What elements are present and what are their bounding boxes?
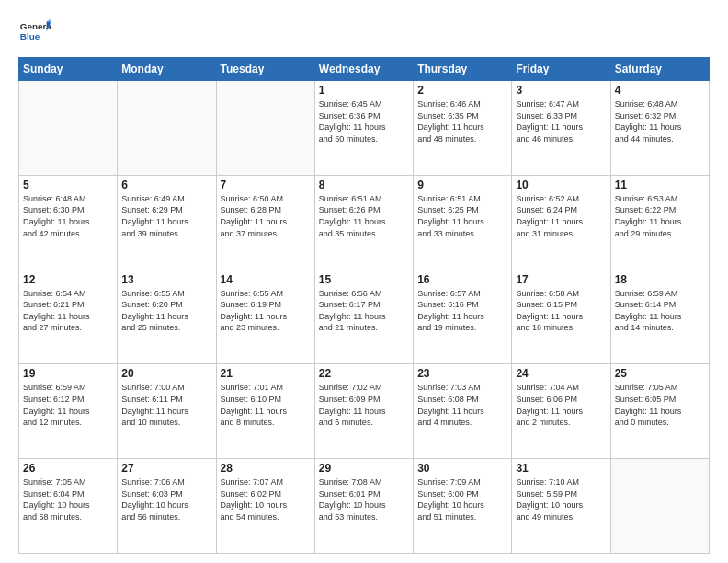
calendar-cell: 12Sunrise: 6:54 AM Sunset: 6:21 PM Dayli… — [19, 270, 118, 364]
day-number: 18 — [615, 273, 705, 286]
calendar-cell: 11Sunrise: 6:53 AM Sunset: 6:22 PM Dayli… — [610, 175, 709, 270]
day-number: 15 — [319, 273, 409, 286]
day-info: Sunrise: 7:04 AM Sunset: 6:06 PM Dayligh… — [516, 382, 606, 428]
calendar-cell: 30Sunrise: 7:09 AM Sunset: 6:00 PM Dayli… — [414, 459, 512, 554]
calendar-cell: 15Sunrise: 6:56 AM Sunset: 6:17 PM Dayli… — [314, 270, 413, 364]
day-info: Sunrise: 6:53 AM Sunset: 6:22 PM Dayligh… — [615, 193, 705, 239]
calendar-cell: 17Sunrise: 6:58 AM Sunset: 6:15 PM Dayli… — [512, 270, 610, 364]
day-info: Sunrise: 6:49 AM Sunset: 6:29 PM Dayligh… — [121, 193, 211, 239]
day-info: Sunrise: 6:51 AM Sunset: 6:26 PM Dayligh… — [319, 193, 409, 239]
day-info: Sunrise: 7:10 AM Sunset: 5:59 PM Dayligh… — [516, 477, 606, 523]
logo-icon: General Blue — [18, 15, 51, 48]
week-row-5: 26Sunrise: 7:05 AM Sunset: 6:04 PM Dayli… — [19, 459, 710, 554]
weekday-header-friday: Friday — [512, 58, 610, 81]
day-number: 3 — [516, 84, 606, 97]
day-info: Sunrise: 7:03 AM Sunset: 6:08 PM Dayligh… — [417, 382, 507, 428]
weekday-header-row: SundayMondayTuesdayWednesdayThursdayFrid… — [19, 58, 710, 81]
calendar-cell: 14Sunrise: 6:55 AM Sunset: 6:19 PM Dayli… — [216, 270, 314, 364]
week-row-4: 19Sunrise: 6:59 AM Sunset: 6:12 PM Dayli… — [19, 364, 710, 459]
day-number: 20 — [121, 367, 211, 380]
day-number: 21 — [221, 367, 311, 380]
weekday-header-sunday: Sunday — [19, 58, 118, 81]
day-info: Sunrise: 6:47 AM Sunset: 6:33 PM Dayligh… — [516, 98, 606, 144]
day-number: 1 — [319, 84, 409, 97]
day-info: Sunrise: 6:52 AM Sunset: 6:24 PM Dayligh… — [516, 193, 606, 239]
calendar-cell: 24Sunrise: 7:04 AM Sunset: 6:06 PM Dayli… — [512, 364, 610, 459]
day-number: 14 — [221, 273, 311, 286]
calendar-cell: 2Sunrise: 6:46 AM Sunset: 6:35 PM Daylig… — [414, 81, 512, 176]
day-info: Sunrise: 7:05 AM Sunset: 6:05 PM Dayligh… — [615, 382, 705, 428]
day-number: 29 — [319, 462, 409, 475]
day-number: 17 — [516, 273, 606, 286]
day-number: 26 — [23, 462, 113, 475]
day-number: 7 — [221, 178, 311, 191]
day-info: Sunrise: 7:01 AM Sunset: 6:10 PM Dayligh… — [221, 382, 311, 428]
calendar-cell: 8Sunrise: 6:51 AM Sunset: 6:26 PM Daylig… — [314, 175, 413, 270]
calendar-cell: 1Sunrise: 6:45 AM Sunset: 6:36 PM Daylig… — [314, 81, 413, 176]
day-number: 4 — [615, 84, 705, 97]
day-number: 19 — [23, 367, 113, 380]
day-number: 27 — [121, 462, 211, 475]
calendar-cell — [610, 459, 709, 554]
day-number: 6 — [121, 178, 211, 191]
day-info: Sunrise: 7:09 AM Sunset: 6:00 PM Dayligh… — [417, 477, 507, 523]
day-info: Sunrise: 6:51 AM Sunset: 6:25 PM Dayligh… — [417, 193, 507, 239]
week-row-3: 12Sunrise: 6:54 AM Sunset: 6:21 PM Dayli… — [19, 270, 710, 364]
day-info: Sunrise: 6:50 AM Sunset: 6:28 PM Dayligh… — [221, 193, 311, 239]
calendar-cell — [216, 81, 314, 176]
calendar-cell: 4Sunrise: 6:48 AM Sunset: 6:32 PM Daylig… — [610, 81, 709, 176]
weekday-header-monday: Monday — [118, 58, 216, 81]
day-info: Sunrise: 7:06 AM Sunset: 6:03 PM Dayligh… — [121, 477, 211, 523]
day-info: Sunrise: 6:45 AM Sunset: 6:36 PM Dayligh… — [319, 98, 409, 144]
day-info: Sunrise: 6:58 AM Sunset: 6:15 PM Dayligh… — [516, 288, 606, 334]
weekday-header-tuesday: Tuesday — [216, 58, 314, 81]
day-info: Sunrise: 6:56 AM Sunset: 6:17 PM Dayligh… — [319, 288, 409, 334]
day-info: Sunrise: 6:55 AM Sunset: 6:19 PM Dayligh… — [221, 288, 311, 334]
calendar-cell: 9Sunrise: 6:51 AM Sunset: 6:25 PM Daylig… — [414, 175, 512, 270]
calendar-cell: 16Sunrise: 6:57 AM Sunset: 6:16 PM Dayli… — [414, 270, 512, 364]
day-number: 24 — [516, 367, 606, 380]
day-number: 23 — [417, 367, 507, 380]
calendar-cell: 27Sunrise: 7:06 AM Sunset: 6:03 PM Dayli… — [118, 459, 216, 554]
day-info: Sunrise: 7:07 AM Sunset: 6:02 PM Dayligh… — [221, 477, 311, 523]
day-info: Sunrise: 6:55 AM Sunset: 6:20 PM Dayligh… — [121, 288, 211, 334]
page: General Blue SundayMondayTuesdayWednesda… — [0, 0, 728, 563]
header: General Blue — [18, 15, 710, 48]
day-info: Sunrise: 6:48 AM Sunset: 6:30 PM Dayligh… — [23, 193, 113, 239]
svg-text:Blue: Blue — [20, 31, 40, 41]
calendar-cell — [19, 81, 118, 176]
day-info: Sunrise: 7:00 AM Sunset: 6:11 PM Dayligh… — [121, 382, 211, 428]
day-number: 5 — [23, 178, 113, 191]
day-number: 12 — [23, 273, 113, 286]
day-number: 11 — [615, 178, 705, 191]
weekday-header-wednesday: Wednesday — [314, 58, 413, 81]
weekday-header-saturday: Saturday — [610, 58, 709, 81]
day-info: Sunrise: 6:48 AM Sunset: 6:32 PM Dayligh… — [615, 98, 705, 144]
calendar-cell: 18Sunrise: 6:59 AM Sunset: 6:14 PM Dayli… — [610, 270, 709, 364]
day-info: Sunrise: 6:46 AM Sunset: 6:35 PM Dayligh… — [417, 98, 507, 144]
day-number: 22 — [319, 367, 409, 380]
calendar-cell: 10Sunrise: 6:52 AM Sunset: 6:24 PM Dayli… — [512, 175, 610, 270]
calendar-cell: 20Sunrise: 7:00 AM Sunset: 6:11 PM Dayli… — [118, 364, 216, 459]
calendar-cell: 21Sunrise: 7:01 AM Sunset: 6:10 PM Dayli… — [216, 364, 314, 459]
calendar-cell: 25Sunrise: 7:05 AM Sunset: 6:05 PM Dayli… — [610, 364, 709, 459]
day-info: Sunrise: 6:59 AM Sunset: 6:12 PM Dayligh… — [23, 382, 113, 428]
day-number: 8 — [319, 178, 409, 191]
calendar-cell: 26Sunrise: 7:05 AM Sunset: 6:04 PM Dayli… — [19, 459, 118, 554]
day-info: Sunrise: 7:02 AM Sunset: 6:09 PM Dayligh… — [319, 382, 409, 428]
day-info: Sunrise: 7:05 AM Sunset: 6:04 PM Dayligh… — [23, 477, 113, 523]
calendar-cell: 29Sunrise: 7:08 AM Sunset: 6:01 PM Dayli… — [314, 459, 413, 554]
day-info: Sunrise: 6:54 AM Sunset: 6:21 PM Dayligh… — [23, 288, 113, 334]
calendar-cell: 6Sunrise: 6:49 AM Sunset: 6:29 PM Daylig… — [118, 175, 216, 270]
logo: General Blue — [18, 15, 51, 48]
day-number: 9 — [417, 178, 507, 191]
calendar-cell: 3Sunrise: 6:47 AM Sunset: 6:33 PM Daylig… — [512, 81, 610, 176]
calendar-cell: 19Sunrise: 6:59 AM Sunset: 6:12 PM Dayli… — [19, 364, 118, 459]
day-number: 31 — [516, 462, 606, 475]
day-number: 30 — [417, 462, 507, 475]
calendar-table: SundayMondayTuesdayWednesdayThursdayFrid… — [18, 57, 710, 554]
week-row-2: 5Sunrise: 6:48 AM Sunset: 6:30 PM Daylig… — [19, 175, 710, 270]
weekday-header-thursday: Thursday — [414, 58, 512, 81]
week-row-1: 1Sunrise: 6:45 AM Sunset: 6:36 PM Daylig… — [19, 81, 710, 176]
calendar-cell: 28Sunrise: 7:07 AM Sunset: 6:02 PM Dayli… — [216, 459, 314, 554]
